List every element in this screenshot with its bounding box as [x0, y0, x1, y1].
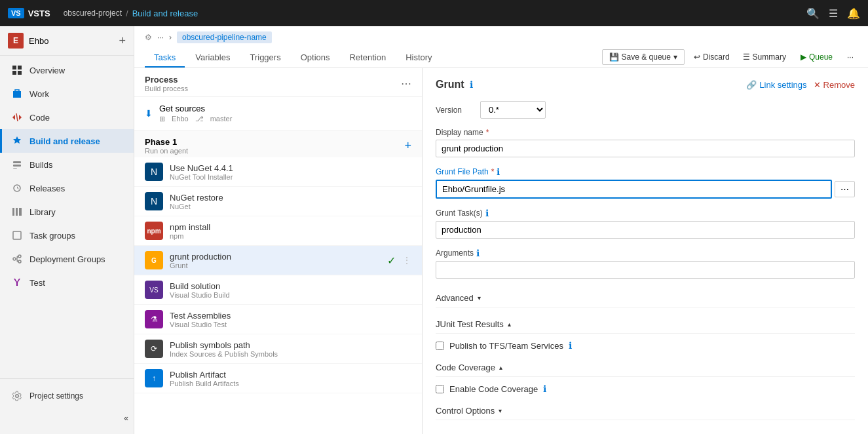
- search-icon[interactable]: 🔍: [806, 7, 820, 20]
- chevron-down-icon: ▾: [478, 294, 481, 302]
- svg-rect-7: [13, 161, 21, 163]
- sub-header-top: ⚙ ··· › obscured-pipeline-name: [145, 31, 858, 43]
- content-area: ⚙ ··· › obscured-pipeline-name Tasks Var…: [134, 26, 868, 434]
- tab-history[interactable]: History: [396, 49, 441, 68]
- task-item[interactable]: ↑ Publish Artifact Publish Build Artifac…: [134, 364, 422, 393]
- task-check-icon: ✓: [387, 254, 396, 267]
- tab-retention[interactable]: Retention: [340, 49, 395, 68]
- link-settings-button[interactable]: 🔗 Link settings: [746, 80, 806, 90]
- add-project-button[interactable]: +: [119, 34, 126, 48]
- grunt-file-path-row: Grunt File Path * ℹ ⋯: [436, 167, 855, 199]
- queue-button[interactable]: ▶ Queue: [795, 50, 838, 64]
- tab-triggers[interactable]: Triggers: [240, 49, 290, 68]
- chevron-down-icon: ▾: [499, 407, 502, 414]
- sidebar-item-deployment-groups[interactable]: Deployment Groups: [0, 247, 134, 271]
- advanced-section[interactable]: Advanced ▾: [436, 288, 855, 307]
- task-drag-icon[interactable]: ⋮: [402, 255, 411, 266]
- junit-section[interactable]: JUnit Test Results ▴: [436, 314, 855, 334]
- publish-tfs-checkbox[interactable]: [436, 342, 444, 350]
- enable-coverage-checkbox[interactable]: [436, 385, 444, 393]
- info-icon[interactable]: ℹ: [497, 167, 500, 177]
- sidebar-item-build-release[interactable]: Build and release: [0, 129, 134, 153]
- sidebar-item-builds[interactable]: Builds: [0, 153, 134, 176]
- task-item[interactable]: ⚗ Test Assemblies Visual Studio Test: [134, 305, 422, 334]
- task-item[interactable]: N NuGet restore NuGet: [134, 187, 422, 216]
- phase-title: Phase 1: [145, 137, 188, 147]
- sidebar-project: E Ehbo +: [0, 26, 134, 56]
- svg-rect-11: [12, 208, 14, 216]
- code-coverage-section[interactable]: Code Coverage ▴: [436, 357, 855, 377]
- sidebar-item-overview[interactable]: Overview: [0, 58, 134, 82]
- sidebar-item-work[interactable]: Work: [0, 82, 134, 106]
- save-queue-button[interactable]: 💾 Save & queue ▾: [602, 49, 685, 65]
- remove-button[interactable]: ✕ Remove: [814, 80, 855, 90]
- output-variables-section[interactable]: Output Variables ▾: [436, 427, 855, 434]
- get-sources[interactable]: ⬇ Get sources ⊞ Ehbo ⎇ master: [134, 97, 422, 130]
- task-name: Publish Artifact: [170, 370, 411, 380]
- discard-button[interactable]: ↩ Discard: [690, 50, 734, 64]
- top-bar: VS VSTS obscured-project / Build and rel…: [0, 0, 868, 26]
- info-icon[interactable]: ℹ: [485, 208, 489, 218]
- task-info: NuGet restore NuGet: [170, 193, 411, 210]
- task-item[interactable]: N Use NuGet 4.4.1 NuGet Tool Installer: [134, 157, 422, 187]
- info-icon[interactable]: ℹ: [543, 384, 546, 394]
- svg-rect-12: [16, 208, 18, 216]
- link-icon: 🔗: [746, 80, 757, 90]
- sidebar-item-project-settings[interactable]: Project settings: [0, 384, 134, 408]
- version-select[interactable]: 0.*: [480, 101, 546, 119]
- sidebar-item-label: Library: [29, 207, 56, 217]
- more-button[interactable]: ···: [843, 50, 858, 64]
- task-info: Use NuGet 4.4.1 NuGet Tool Installer: [170, 163, 411, 181]
- info-icon[interactable]: ℹ: [569, 340, 572, 351]
- control-options-section[interactable]: Control Options ▾: [436, 401, 855, 420]
- phase-add-button[interactable]: +: [404, 139, 411, 153]
- sidebar-item-library[interactable]: Library: [0, 200, 134, 224]
- process-more-icon[interactable]: ⋯: [401, 77, 411, 90]
- task-item[interactable]: VS Build solution Visual Studio Build: [134, 275, 422, 305]
- more-dots[interactable]: ···: [157, 33, 164, 42]
- detail-header: Grunt ℹ 🔗 Link settings ✕ Remove: [436, 79, 855, 90]
- get-sources-icon: ⬇: [145, 108, 153, 119]
- info-icon[interactable]: ℹ: [470, 79, 473, 90]
- branch-name: master: [210, 115, 233, 123]
- info-icon[interactable]: ℹ: [476, 248, 480, 258]
- summary-button[interactable]: ☰ Summary: [739, 50, 790, 64]
- grunt-tasks-input[interactable]: [436, 221, 855, 239]
- sidebar-item-releases[interactable]: Releases: [0, 176, 134, 200]
- task-item[interactable]: G grunt production Grunt ✓ ⋮: [134, 246, 422, 275]
- task-item[interactable]: npm npm install npm: [134, 216, 422, 246]
- display-name-input[interactable]: [436, 140, 855, 157]
- code-icon: [11, 111, 23, 123]
- grunt-tasks-label: Grunt Task(s) ℹ: [436, 208, 855, 218]
- sidebar-item-task-groups[interactable]: Task groups: [0, 224, 134, 247]
- list-icon[interactable]: ☰: [829, 7, 838, 20]
- breadcrumb-sep: /: [126, 9, 128, 18]
- svg-rect-8: [13, 165, 21, 167]
- sidebar-item-test[interactable]: Test: [0, 271, 134, 294]
- enable-coverage-row: Enable Code Coverage ℹ: [436, 384, 855, 394]
- bell-icon[interactable]: 🔔: [847, 7, 860, 20]
- get-sources-meta: ⊞ Ehbo ⎇ master: [159, 115, 232, 123]
- breadcrumb: obscured-project / Build and release: [64, 9, 806, 18]
- task-icon: N: [145, 163, 163, 181]
- task-name: npm install: [170, 222, 411, 232]
- task-name: Test Assemblies: [170, 311, 411, 321]
- tab-options[interactable]: Options: [292, 49, 339, 68]
- phase-info: Phase 1 Run on agent: [145, 137, 188, 155]
- sidebar-collapse-button[interactable]: «: [0, 408, 134, 429]
- overview-icon: [11, 64, 23, 76]
- app-logo: VS VSTS: [8, 8, 50, 18]
- grunt-file-dots-button[interactable]: ⋯: [835, 181, 855, 197]
- build-release-icon: [11, 135, 23, 147]
- task-info: Test Assemblies Visual Studio Test: [170, 311, 411, 328]
- sidebar-item-code[interactable]: Code: [0, 106, 134, 129]
- pipeline-name[interactable]: obscured-pipeline-name: [177, 31, 272, 43]
- sidebar: E Ehbo + Overview Work: [0, 26, 134, 434]
- task-item[interactable]: ⟳ Publish symbols path Index Sources & P…: [134, 334, 422, 364]
- tab-tasks[interactable]: Tasks: [145, 49, 185, 68]
- arguments-input[interactable]: [436, 261, 855, 279]
- task-icon: ⚗: [145, 310, 163, 328]
- grunt-file-path-input[interactable]: [436, 180, 832, 199]
- breadcrumb-link[interactable]: Build and release: [132, 9, 198, 18]
- tab-variables[interactable]: Variables: [186, 49, 239, 68]
